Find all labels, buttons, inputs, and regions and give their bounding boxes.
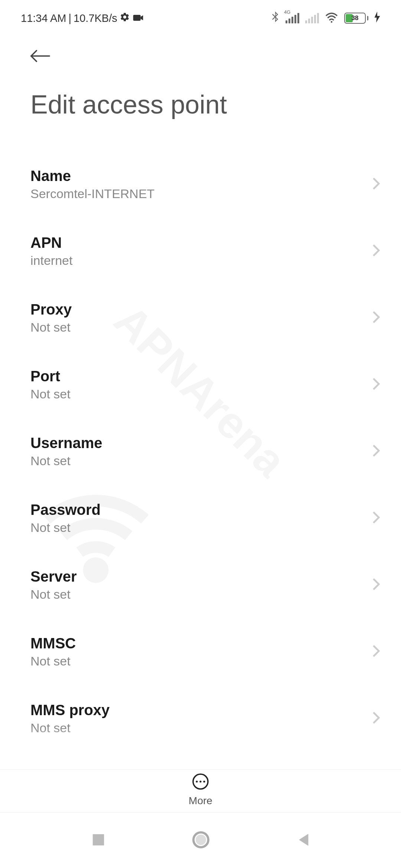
setting-label: MMS proxy — [30, 702, 110, 719]
back-button[interactable] — [29, 48, 50, 64]
status-right: 4G 38 — [271, 11, 380, 25]
setting-value: Not set — [30, 320, 72, 335]
setting-row-mmsc[interactable]: MMSC Not set — [30, 620, 380, 687]
nav-recents-button[interactable] — [91, 833, 105, 848]
setting-label: Proxy — [30, 301, 72, 318]
svg-point-6 — [203, 780, 205, 782]
setting-value: Not set — [30, 654, 76, 668]
gear-icon — [120, 12, 130, 25]
battery-icon: 38 — [344, 13, 368, 24]
chevron-right-icon — [372, 310, 380, 325]
wifi-icon — [325, 12, 338, 24]
setting-label: Port — [30, 368, 71, 385]
status-separator: | — [69, 12, 72, 24]
setting-row-server[interactable]: Server Not set — [30, 553, 380, 620]
setting-row-username[interactable]: Username Not set — [30, 420, 380, 487]
signal-sim1-icon: 4G — [286, 13, 299, 23]
signal-sim2-icon — [305, 13, 319, 23]
setting-value: Not set — [30, 454, 102, 468]
svg-point-9 — [196, 835, 206, 845]
page-title: Edit access point — [29, 90, 380, 119]
battery-level: 38 — [352, 14, 359, 22]
camera-icon — [132, 12, 144, 24]
setting-row-apn[interactable]: APN internet — [30, 220, 380, 286]
navigation-bar — [0, 812, 401, 868]
setting-label: Server — [30, 568, 77, 585]
svg-point-4 — [196, 780, 198, 782]
more-label: More — [189, 795, 212, 807]
setting-label: Name — [30, 168, 154, 184]
chevron-right-icon — [372, 244, 380, 259]
nav-back-button[interactable] — [296, 832, 310, 849]
circle-icon — [192, 831, 210, 849]
setting-value: Not set — [30, 587, 77, 602]
setting-value: Not set — [30, 387, 71, 401]
charging-icon — [374, 11, 380, 25]
triangle-back-icon — [296, 832, 310, 847]
bottom-toolbar: More — [0, 769, 401, 807]
square-icon — [91, 833, 105, 847]
setting-row-mms-proxy[interactable]: MMS proxy Not set — [30, 687, 380, 754]
chevron-right-icon — [372, 444, 380, 459]
setting-label: APN — [30, 234, 72, 251]
status-speed: 10.7KB/s — [74, 12, 117, 24]
setting-row-password[interactable]: Password Not set — [30, 487, 380, 553]
svg-point-2 — [331, 21, 333, 23]
header: Edit access point — [0, 33, 401, 134]
setting-row-name[interactable]: Name Sercomtel-INTERNET — [30, 153, 380, 220]
svg-rect-7 — [93, 834, 104, 845]
status-bar: 11:34 AM | 10.7KB/s 4G — [0, 0, 401, 33]
setting-value: Not set — [30, 520, 101, 535]
setting-value: internet — [30, 253, 72, 268]
chevron-right-icon — [372, 578, 380, 592]
setting-value: Not set — [30, 721, 110, 735]
setting-label: Username — [30, 435, 102, 451]
nav-home-button[interactable] — [192, 831, 210, 850]
chevron-right-icon — [372, 511, 380, 526]
chevron-right-icon — [372, 711, 380, 726]
setting-label: MMSC — [30, 635, 76, 652]
setting-value: Sercomtel-INTERNET — [30, 187, 154, 201]
svg-point-5 — [199, 780, 201, 782]
chevron-right-icon — [372, 644, 380, 659]
more-icon — [192, 773, 209, 790]
setting-row-port[interactable]: Port Not set — [30, 353, 380, 420]
chevron-right-icon — [372, 177, 380, 192]
chevron-right-icon — [372, 377, 380, 392]
status-time: 11:34 AM — [21, 12, 66, 24]
svg-rect-1 — [133, 15, 140, 21]
status-left: 11:34 AM | 10.7KB/s — [21, 12, 144, 25]
more-button[interactable]: More — [189, 773, 212, 807]
bluetooth-icon — [271, 11, 280, 25]
setting-row-proxy[interactable]: Proxy Not set — [30, 286, 380, 353]
settings-list: Name Sercomtel-INTERNET APN internet Pro… — [0, 134, 401, 754]
setting-label: Password — [30, 502, 101, 518]
